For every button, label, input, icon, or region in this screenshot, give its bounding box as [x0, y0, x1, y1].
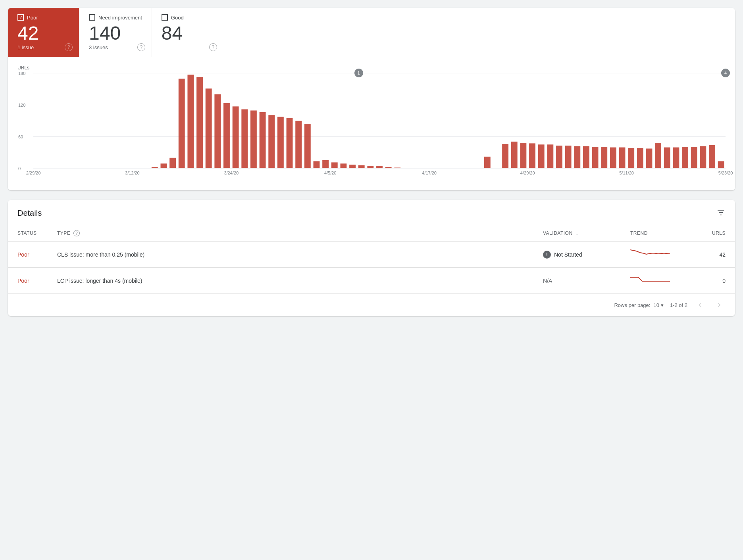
svg-rect-13	[268, 115, 275, 168]
svg-rect-47	[664, 148, 670, 168]
x-axis: 2/29/20 3/12/20 3/24/20 4/5/20 4/17/20 4…	[33, 168, 726, 184]
annotation-4[interactable]: 4	[721, 69, 730, 77]
svg-rect-14	[277, 117, 284, 168]
svg-rect-29	[502, 144, 508, 168]
type-help-icon[interactable]: ?	[73, 230, 80, 236]
svg-rect-41	[610, 148, 616, 168]
row1-validation: ! Not Started	[543, 251, 630, 259]
good-tile[interactable]: Good 84 ?	[152, 8, 223, 57]
header-validation[interactable]: Validation ↓	[543, 230, 630, 236]
chart-svg	[33, 73, 726, 168]
svg-rect-53	[718, 161, 724, 168]
row2-status: Poor	[17, 278, 57, 284]
grid-label-180: 180	[18, 71, 25, 76]
poor-tile-header: Poor	[17, 14, 69, 21]
good-count: 84	[162, 24, 214, 43]
svg-rect-12	[260, 112, 266, 168]
row2-trend-sparkline	[630, 274, 670, 286]
status-tiles: Poor 42 1 issue ? Need improvement 140 3…	[8, 8, 735, 57]
header-trend: Trend	[630, 230, 694, 236]
x-label-417: 4/17/20	[422, 171, 437, 175]
rows-per-page-label: Rows per page:	[614, 302, 650, 308]
poor-checkbox-icon	[17, 14, 24, 21]
table-row[interactable]: Poor CLS issue: more than 0.25 (mobile) …	[8, 242, 735, 268]
svg-rect-39	[592, 147, 599, 168]
row1-trend-sparkline	[630, 248, 670, 260]
svg-rect-37	[574, 146, 580, 168]
poor-help-icon[interactable]: ?	[65, 43, 73, 51]
rows-per-page-select[interactable]: 10 ▾	[653, 302, 663, 308]
svg-rect-49	[682, 147, 688, 168]
svg-rect-2	[169, 158, 176, 168]
svg-rect-8	[223, 103, 230, 168]
rows-per-page-value: 10	[653, 302, 659, 308]
need-improvement-header: Need improvement	[89, 14, 142, 21]
not-started-icon: !	[543, 251, 551, 259]
need-improvement-count: 140	[89, 24, 142, 43]
svg-rect-32	[529, 143, 535, 168]
details-header: Details	[8, 200, 735, 225]
svg-rect-51	[700, 146, 706, 168]
svg-rect-17	[304, 124, 311, 168]
need-improvement-help-icon[interactable]: ?	[137, 43, 145, 51]
need-improvement-label: Need improvement	[98, 15, 142, 21]
svg-rect-18	[314, 161, 320, 168]
svg-rect-11	[250, 111, 257, 168]
chart-y-label: URLs	[17, 65, 726, 71]
poor-count: 42	[17, 24, 69, 43]
x-label-523: 5/23/20	[718, 171, 733, 175]
svg-rect-36	[565, 146, 572, 168]
svg-rect-31	[520, 143, 526, 168]
svg-rect-20	[331, 162, 338, 168]
grid-label-0: 0	[18, 166, 21, 171]
pagination-prev-button[interactable]	[694, 299, 706, 311]
svg-rect-50	[691, 147, 697, 168]
good-help-icon[interactable]: ?	[209, 43, 217, 51]
row1-urls: 42	[694, 251, 726, 258]
svg-rect-3	[179, 79, 185, 168]
svg-rect-16	[295, 121, 302, 168]
table-row[interactable]: Poor LCP issue: longer than 4s (mobile) …	[8, 268, 735, 294]
poor-issues: 1 issue	[17, 44, 69, 50]
good-header: Good	[162, 14, 214, 21]
table-header: Status Type ? Validation ↓ Trend URLs	[8, 225, 735, 242]
pagination-info: 1-2 of 2	[670, 302, 687, 308]
row2-urls: 0	[694, 278, 726, 284]
filter-icon[interactable]	[716, 208, 726, 219]
row1-type: CLS issue: more than 0.25 (mobile)	[57, 251, 543, 258]
details-title: Details	[17, 209, 42, 218]
svg-rect-5	[196, 77, 203, 168]
summary-card: Poor 42 1 issue ? Need improvement 140 3…	[8, 8, 735, 190]
svg-rect-33	[538, 144, 545, 168]
svg-rect-42	[619, 148, 626, 168]
svg-rect-40	[601, 147, 607, 168]
poor-label: Poor	[27, 15, 38, 21]
row1-status: Poor	[17, 251, 57, 258]
svg-rect-6	[206, 88, 212, 168]
svg-rect-44	[637, 148, 643, 168]
svg-rect-9	[233, 106, 239, 168]
svg-rect-35	[556, 146, 562, 168]
annotation-1[interactable]: 1	[354, 69, 363, 77]
rows-dropdown-icon: ▾	[661, 302, 664, 308]
pagination-next-button[interactable]	[713, 299, 726, 311]
chart-container: 180 120 60 0 1 4	[17, 73, 726, 184]
svg-rect-4	[187, 75, 194, 168]
svg-rect-34	[547, 144, 553, 168]
x-label-511: 5/11/20	[619, 171, 634, 175]
need-improvement-issues: 3 issues	[89, 44, 142, 50]
svg-rect-38	[583, 146, 589, 168]
validation-sort-arrow: ↓	[576, 230, 579, 236]
row2-type: LCP issue: longer than 4s (mobile)	[57, 278, 543, 284]
poor-tile[interactable]: Poor 42 1 issue ?	[8, 8, 79, 57]
header-type[interactable]: Type ?	[57, 230, 543, 236]
good-checkbox-icon	[162, 14, 168, 21]
need-improvement-checkbox-icon	[89, 14, 95, 21]
header-urls: URLs	[694, 230, 726, 236]
x-label-324: 3/24/20	[224, 171, 239, 175]
svg-rect-10	[241, 109, 248, 168]
svg-rect-48	[673, 148, 679, 168]
row2-validation: N/A	[543, 278, 630, 284]
need-improvement-tile[interactable]: Need improvement 140 3 issues ?	[79, 8, 152, 57]
svg-rect-15	[287, 118, 293, 168]
